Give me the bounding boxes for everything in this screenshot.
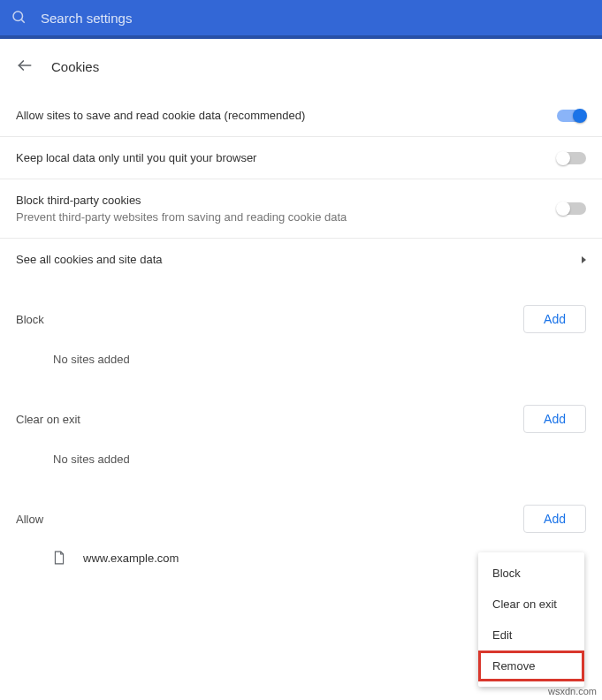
context-menu: Block Clear on exit Edit Remove <box>478 552 584 687</box>
section-block: Block Add No sites added <box>0 280 602 380</box>
section-header: Allow Add <box>16 505 586 533</box>
row-see-all-cookies[interactable]: See all cookies and site data <box>0 239 602 280</box>
row-title: Allow sites to save and read cookie data… <box>16 109 557 122</box>
section-title: Clear on exit <box>16 413 80 426</box>
menu-item-remove[interactable]: Remove <box>478 651 584 681</box>
menu-item-edit[interactable]: Edit <box>478 620 584 651</box>
toggle-block-third-party[interactable] <box>557 202 586 215</box>
back-icon[interactable] <box>16 57 34 77</box>
empty-text: No sites added <box>16 433 586 473</box>
add-button-block[interactable]: Add <box>523 305 586 333</box>
search-input[interactable] <box>39 10 591 27</box>
empty-text: No sites added <box>16 333 586 373</box>
search-bar <box>0 0 602 35</box>
toggle-keep-local[interactable] <box>557 152 586 164</box>
chevron-right-icon <box>582 256 586 263</box>
row-text: See all cookies and site data <box>16 253 582 266</box>
add-button-allow[interactable]: Add <box>523 505 586 533</box>
row-text: Allow sites to save and read cookie data… <box>16 109 557 122</box>
watermark: wsxdn.com <box>548 686 597 696</box>
row-text: Keep local data only until you quit your… <box>16 151 557 164</box>
row-title: See all cookies and site data <box>16 253 582 266</box>
toggle-allow-sites[interactable] <box>557 110 586 122</box>
section-header: Clear on exit Add <box>16 405 586 433</box>
row-title: Keep local data only until you quit your… <box>16 151 557 164</box>
menu-item-clear-on-exit[interactable]: Clear on exit <box>478 589 584 620</box>
menu-item-block[interactable]: Block <box>478 558 584 589</box>
row-keep-local: Keep local data only until you quit your… <box>0 137 602 179</box>
page-header: Cookies <box>0 39 602 95</box>
row-subtitle: Prevent third-party websites from saving… <box>16 210 557 224</box>
row-allow-sites: Allow sites to save and read cookie data… <box>0 95 602 137</box>
site-url: www.example.com <box>83 552 179 565</box>
row-title: Block third-party cookies <box>16 194 557 207</box>
svg-point-0 <box>13 11 23 21</box>
row-text: Block third-party cookies Prevent third-… <box>16 194 557 224</box>
search-icon <box>11 9 27 27</box>
add-button-clear-on-exit[interactable]: Add <box>523 405 586 433</box>
svg-line-1 <box>21 19 24 22</box>
row-block-third-party: Block third-party cookies Prevent third-… <box>0 179 602 239</box>
section-header: Block Add <box>16 305 586 333</box>
section-title: Allow <box>16 513 43 526</box>
file-icon <box>53 551 65 565</box>
section-clear-on-exit: Clear on exit Add No sites added <box>0 380 602 480</box>
section-title: Block <box>16 313 44 326</box>
page-title: Cookies <box>51 59 99 74</box>
settings-list: Allow sites to save and read cookie data… <box>0 95 602 280</box>
